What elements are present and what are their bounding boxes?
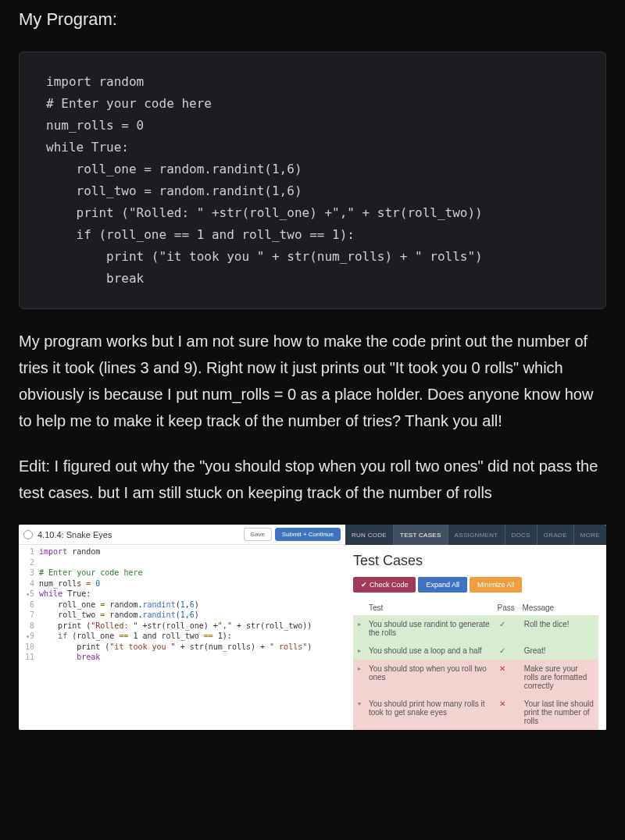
- expand-all-button[interactable]: Expand All: [418, 577, 467, 593]
- tab-more[interactable]: MORE: [574, 525, 606, 545]
- tab-test-cases[interactable]: TEST CASES: [394, 525, 448, 545]
- check-code-button[interactable]: ✔Check Code: [353, 577, 416, 593]
- code-lines: import random # Enter your code here num…: [39, 546, 312, 663]
- results-pane: RUN CODE TEST CASES ASSIGNMENT DOCS GRAD…: [345, 525, 606, 730]
- code-editor[interactable]: 1 2 3 4 ▾5 6 7 8 ▾9 10 11 import random …: [19, 545, 345, 694]
- tabs-bar: RUN CODE TEST CASES ASSIGNMENT DOCS GRAD…: [345, 525, 606, 545]
- table-row[interactable]: ▸ You should use a loop and a half ✓ Gre…: [353, 642, 598, 660]
- tab-run-code[interactable]: RUN CODE: [345, 525, 394, 545]
- tab-docs[interactable]: DOCS: [505, 525, 538, 545]
- question-paragraph: My program works but I am not sure how t…: [19, 328, 606, 434]
- ide-screenshot: 4.10.4: Snake Eyes Save Submit + Continu…: [19, 525, 606, 730]
- fail-icon: ✕: [499, 699, 524, 708]
- check-icon: ✔: [361, 581, 367, 589]
- pass-icon: ✓: [499, 620, 524, 628]
- pill-row: ✔Check Code Expand All Minimize All: [353, 577, 598, 593]
- editor-pane: 4.10.4: Snake Eyes Save Submit + Continu…: [19, 525, 345, 730]
- caret-right-icon: ▸: [358, 664, 369, 672]
- caret-down-icon: ▾: [358, 699, 369, 707]
- caret-right-icon: ▸: [358, 620, 369, 628]
- minimize-all-button[interactable]: Minimize All: [470, 577, 523, 593]
- line-gutter: 1 2 3 4 ▾5 6 7 8 ▾9 10 11: [19, 546, 39, 663]
- table-row[interactable]: ▾ You should print how many rolls it too…: [353, 695, 598, 730]
- table-header: Test Pass Message: [353, 600, 598, 615]
- table-row[interactable]: ▸ You should stop when you roll two ones…: [353, 660, 598, 695]
- page-heading: My Program:: [19, 9, 606, 30]
- editor-header: 4.10.4: Snake Eyes Save Submit + Continu…: [19, 525, 345, 545]
- test-table: Test Pass Message ▸ You should use randi…: [353, 600, 598, 730]
- code-content: import random # Enter your code here num…: [46, 71, 579, 290]
- fold-icon[interactable]: ▾: [23, 633, 30, 642]
- tests-title: Test Cases: [353, 553, 598, 569]
- caret-right-icon: ▸: [358, 646, 369, 654]
- save-button[interactable]: Save: [244, 528, 272, 541]
- table-row[interactable]: ▸ You should use randint to generate the…: [353, 615, 598, 642]
- status-circle-icon: [23, 530, 33, 539]
- tab-assignment[interactable]: ASSIGNMENT: [448, 525, 505, 545]
- tests-content: Test Cases ✔Check Code Expand All Minimi…: [345, 545, 606, 730]
- tab-grade[interactable]: GRADE: [538, 525, 574, 545]
- fail-icon: ✕: [499, 664, 524, 673]
- fold-icon[interactable]: ▾: [23, 591, 30, 600]
- exercise-title: 4.10.4: Snake Eyes: [38, 530, 241, 539]
- submit-continue-button[interactable]: Submit + Continue: [275, 528, 341, 541]
- code-block: import random # Enter your code here num…: [19, 52, 606, 309]
- edit-paragraph: Edit: I figured out why the "you should …: [19, 453, 606, 506]
- pass-icon: ✓: [499, 646, 524, 655]
